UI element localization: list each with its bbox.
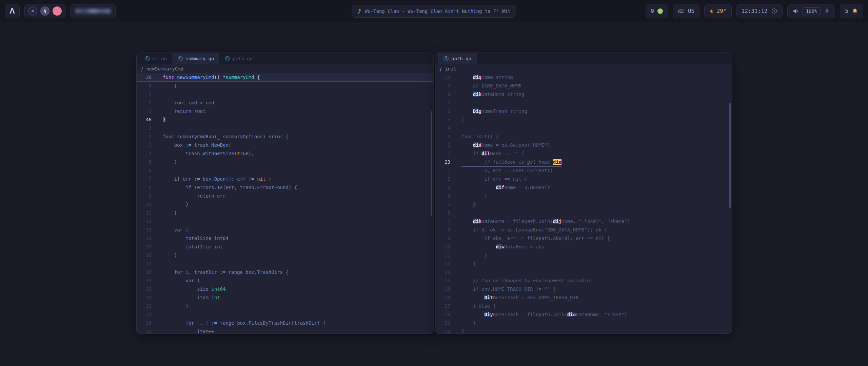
code-line[interactable]: 3 difHome = u.HomeDir [435,183,732,192]
code-line[interactable]: 15 totalItem int [137,243,433,251]
line-text: size int64 [163,285,225,293]
code-line[interactable]: 5 ) [137,158,433,166]
code-line[interactable]: 12 [137,217,433,226]
code-line[interactable]: 22 ) [137,302,433,310]
updates-widget[interactable]: 9 [646,4,668,18]
code-line[interactable]: 3func init() { [435,133,732,141]
line-number: 11 [137,209,152,217]
code-line[interactable]: 14 totalSize int64 [137,234,433,243]
context-line[interactable]: 26func newSummaryCmd() *summaryCmd { [137,73,433,82]
line-text: diwDataHome = abs [461,243,544,251]
code-line[interactable]: 1 [137,124,433,133]
code-line[interactable]: 23 // fallback to get home dia [435,158,732,166]
code-line[interactable]: 9 if abs, err := filepath.Abs(d); err ==… [435,234,732,243]
code-line[interactable]: 7 dihDataHome = filepath.Join(dijHome, "… [435,217,732,226]
volume-widget[interactable]: 100% [787,4,835,18]
line-text: for i, trashDir := range box.TrashDirs { [163,268,289,277]
code-line[interactable]: 8 dikDataHome string [435,90,732,99]
code-line[interactable]: 23 [137,310,433,319]
line-number: 26 [137,73,152,82]
code-line[interactable]: 4 } [435,192,732,200]
code-line[interactable]: 3 box := trash.NewBox( [137,141,433,149]
tab-rm.go[interactable]: ⓖrm.go [139,53,172,64]
line-text: ) [163,302,189,310]
code-line[interactable]: 6 DigHomeTrash string [435,107,732,116]
code-line[interactable]: 46} [137,116,433,124]
code-line[interactable]: 1 u, err := user.Current() [435,166,732,175]
code-line[interactable]: 10 diwDataHome = abs [435,243,732,251]
code-line[interactable]: 14 // Can be changed by environment vari… [435,277,732,285]
code-line[interactable]: 13 var ( [137,226,433,234]
line-text: } [461,200,476,209]
code-line[interactable]: 4 trash.WithGetSize(true), [137,149,433,158]
code-line[interactable]: 20} [435,327,732,334]
code-line[interactable]: 19 } [435,319,732,327]
tab-path.go[interactable]: ⓖpath.go [219,53,258,64]
tab-path.go[interactable]: ⓖpath.go [438,53,477,64]
code-line[interactable]: 17 } else { [435,302,732,310]
code-line[interactable]: 2 root.cmd = cmd [137,99,433,107]
code-line[interactable]: 9 // $XDG_DATA_HOME [435,82,732,90]
media-widget[interactable]: ♪ Wu-Tang Clan - Wu-Tang Clan Ain't Nuth… [352,5,516,18]
code-line[interactable]: 18 for i, trashDir := range box.TrashDir… [137,268,433,277]
code-line[interactable]: 19 var ( [137,277,433,285]
code-line[interactable]: 15 if env.HOME_TRASH_DIR != "" { [435,285,732,293]
workspace-dot-2[interactable]: N [40,6,50,16]
code-line[interactable]: 2 didHome = os.Getenv("HOME") [435,141,732,149]
line-number: 6 [435,209,450,217]
code-line[interactable]: 8 if d, ok := os.LookupEnv("XDG_DATA_HOM… [435,226,732,234]
clock-widget[interactable]: 12:31:12 [736,4,783,18]
code-line[interactable]: 16 ) [137,251,433,260]
line-number: 3 [137,141,152,149]
scrollbar-thumb[interactable] [729,103,731,208]
code-line[interactable]: 1 if dilHome == "" { [435,149,732,158]
workspace-dot-3[interactable] [53,6,62,16]
code-line[interactable]: 2func summaryCmdRun(_ summaryOptions) er… [137,133,433,141]
code-line[interactable]: 17 [137,260,433,268]
code-line[interactable]: 11 } [137,209,433,217]
line-number: 12 [137,217,152,226]
notifications-widget[interactable]: 5 [840,4,863,18]
code-line[interactable]: 6 [137,166,433,175]
line-text: item++ [163,327,214,334]
code-line[interactable]: 25 item++ [137,327,433,334]
line-text: didHome = os.Getenv("HOME") [461,141,550,149]
code-line[interactable]: 6 [435,209,732,217]
weather-widget[interactable]: ☀ 29° [704,4,731,18]
code-line[interactable]: 11 } [435,251,732,260]
line-number: 22 [137,302,152,310]
updates-count: 9 [651,8,654,14]
code-line[interactable]: 21 item int [137,293,433,302]
code-line[interactable]: 1 return root [137,107,433,116]
code-line[interactable]: 13 [435,268,732,277]
launcher-button[interactable]: Λ [5,4,20,18]
scrollbar-thumb[interactable] [431,111,432,216]
breadcrumb: ƒ newSummaryCmd [137,64,433,73]
code-line[interactable]: 16 DitHomeTrash = env.HOME_TRASH_DIR [435,293,732,302]
tab-summary.go[interactable]: ⓖsummary.go [172,53,219,64]
keyboard-layout-widget[interactable]: US [673,4,699,18]
code-line[interactable]: 5 } [435,200,732,209]
line-number: 8 [137,183,152,192]
code-line[interactable]: 12 } [435,260,732,268]
code-line[interactable]: 7 [435,99,732,107]
code-line[interactable]: 4 [435,124,732,133]
line-number: 19 [435,319,450,327]
code-line[interactable]: 3 [137,90,433,99]
code-line[interactable]: 9 return err [137,192,433,200]
code-line[interactable]: 7 if err := box.Open(); err != nil { [137,175,433,183]
code-line[interactable]: 10 diqHome string [435,73,732,82]
line-number: 16 [435,293,450,302]
code-line[interactable]: 8 if !errors.Is(err, trash.ErrNotFound) … [137,183,433,192]
line-number: 2 [435,175,450,183]
line-number: 3 [435,183,450,192]
code-line[interactable]: 24 for _, f := range box.FilesByTrashDir… [137,319,433,327]
clock-value: 12:31:12 [742,8,768,14]
code-line[interactable]: 18 DiyHomeTrash = filepath.Join(dioDataH… [435,310,732,319]
code-line[interactable]: 20 size int64 [137,285,433,293]
code-line[interactable]: 2 if err == nil { [435,175,732,183]
workspace-dot-1[interactable] [28,6,37,16]
code-line[interactable]: 4 } [137,82,433,90]
code-line[interactable]: 5) [435,116,732,124]
code-line[interactable]: 10 } [137,200,433,209]
